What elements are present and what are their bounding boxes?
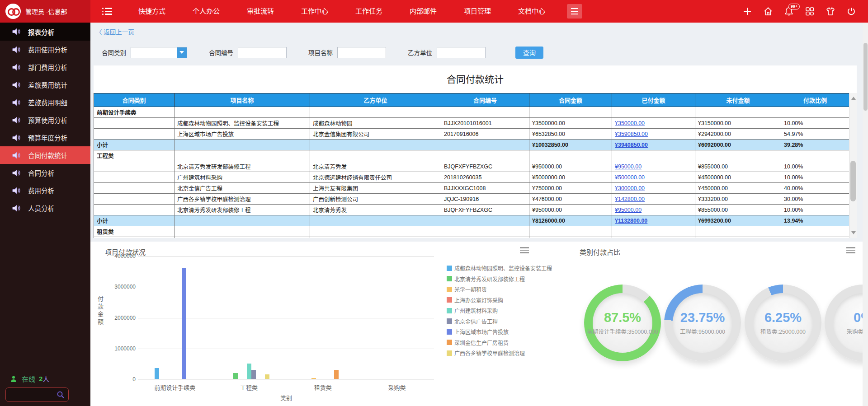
speaker-icon — [12, 28, 21, 36]
table-row: 广州建筑材料采购北京德远建材经销有限责任公司201810260035¥50000… — [94, 172, 849, 183]
cell: ¥950000.00 — [529, 161, 612, 172]
x-category-label: 租赁类 — [314, 383, 332, 392]
sidebar-item-差旅费用明细[interactable]: 差旅费用明细 — [0, 93, 90, 111]
notifications-bell-icon[interactable]: 99+ — [784, 6, 794, 16]
paid-amount-link[interactable]: ¥3940850.00 — [615, 142, 648, 148]
logout-power-icon[interactable] — [846, 6, 856, 16]
legend-item[interactable]: 上海区域市场广告投放 — [447, 328, 552, 336]
bar-chart-menu-icon[interactable] — [520, 247, 529, 253]
column-header-合同类别: 合同类别 — [94, 93, 175, 107]
filter-input-乙方单位[interactable] — [437, 47, 486, 58]
nav-item-工作任务[interactable]: 工作任务 — [342, 0, 396, 23]
search-icon[interactable] — [57, 391, 65, 399]
back-link[interactable]: 〈 返回上一页 — [96, 27, 134, 36]
donut-gauge-采购类:0.000[interactable]: 0%采购类:0.000 — [825, 285, 868, 361]
nav-item-项目管理[interactable]: 项目管理 — [450, 0, 505, 23]
scroll-down-arrow-icon[interactable] — [851, 231, 856, 237]
online-label: 在线 — [22, 374, 35, 383]
table-scroll-thumb[interactable] — [850, 161, 856, 201]
nav-item-内部邮件[interactable]: 内部邮件 — [396, 0, 450, 23]
speaker-icon — [12, 98, 21, 107]
app-window: 管理员 -信息部 快捷方式个人办公审批流转工作中心工作任务内部邮件项目管理文档中… — [0, 0, 868, 406]
legend-label: 北京金信广告工程 — [454, 317, 498, 325]
cell — [441, 107, 529, 118]
sidebar-item-预算使用分析[interactable]: 预算使用分析 — [0, 111, 90, 129]
legend-item[interactable]: 光学一期租赁 — [447, 285, 552, 293]
nav-item-工作中心[interactable]: 工作中心 — [288, 0, 342, 23]
bar-广州建筑材料采购[interactable] — [247, 364, 251, 379]
donut-gauge-前期设计手续类:350000.000[interactable]: 87.5%前期设计手续类:350000.000 — [584, 285, 661, 361]
legend-item[interactable]: 北京金信广告工程 — [447, 317, 552, 325]
legend-item[interactable]: 上海办公室灯饰采购 — [447, 296, 552, 304]
sidebar-menu: 报表分析费用使用分析部门费用分析差旅费用统计差旅费用明细预算使用分析预算年度分析… — [0, 23, 90, 217]
filter-select-合同类别[interactable] — [131, 47, 187, 58]
cell: 北京清芳秀发 — [310, 161, 441, 172]
y-tick-label: 4000000 — [104, 253, 136, 259]
nav-item-快捷方式[interactable]: 快捷方式 — [125, 0, 179, 23]
bar-深圳金信生产厂房租赁[interactable] — [334, 370, 339, 379]
donut-panel-menu-icon[interactable] — [846, 247, 855, 253]
sidebar-item-部门费用分析[interactable]: 部门费用分析 — [0, 58, 90, 76]
cell: 北京清芳秀发研发部装修工程 — [175, 205, 310, 215]
home-icon[interactable] — [763, 6, 773, 16]
contract-payment-table: 合同类别项目名称乙方单位合同编号合同金额已付金额未付金额付款比例 前期设计手续类… — [94, 93, 849, 238]
apps-grid-icon[interactable] — [805, 6, 815, 16]
more-menus-button[interactable] — [567, 4, 582, 19]
cell: 小计 — [94, 215, 175, 226]
cell: 10.00% — [781, 161, 849, 172]
bar-光学一期租赁[interactable] — [311, 378, 316, 379]
legend-swatch — [447, 350, 452, 356]
bar-北京金信广告工程[interactable] — [251, 370, 256, 379]
dropdown-arrow-icon[interactable] — [177, 47, 187, 58]
sidebar-item-预算年度分析[interactable]: 预算年度分析 — [0, 129, 90, 146]
legend-item[interactable]: 广西各乡镇学校甲醛检测治理 — [447, 349, 552, 357]
cell: ¥25000.00 — [529, 237, 612, 238]
online-count: 2 — [39, 375, 42, 383]
sidebar-item-报表分析[interactable]: 报表分析 — [0, 23, 90, 41]
sidebar-item-差旅费用统计[interactable]: 差旅费用统计 — [0, 76, 90, 93]
paid-amount-link[interactable]: ¥142800.00 — [615, 196, 645, 202]
legend-item[interactable]: 广州建筑材料采购 — [447, 307, 552, 314]
sidebar-item-人员分析[interactable]: 人员分析 — [0, 199, 90, 217]
cell: 前期设计手续类 — [94, 107, 175, 118]
sidebar-search-input[interactable] — [6, 392, 57, 398]
paid-amount-link[interactable]: ¥350000.00 — [615, 120, 645, 126]
add-icon[interactable] — [742, 6, 752, 16]
nav-item-审批流转[interactable]: 审批流转 — [233, 0, 288, 23]
query-button[interactable]: 查询 — [515, 47, 543, 59]
filter-input-合同编号[interactable] — [238, 47, 287, 58]
legend-item[interactable]: 深圳金信生产厂房租赁 — [447, 339, 552, 346]
paid-amount-link[interactable]: ¥95000.00 — [615, 163, 642, 170]
paid-amount-link[interactable]: ¥95000.00 — [615, 207, 642, 213]
bar-上海区域市场广告投放[interactable] — [182, 268, 186, 379]
legend-swatch — [447, 318, 452, 324]
cell — [310, 140, 441, 150]
donut-gauge-工程类:95000.000[interactable]: 23.75%工程类:95000.000 — [664, 285, 741, 361]
sidebar-item-费用分析[interactable]: 费用分析 — [0, 182, 90, 199]
filter-input-项目名称[interactable] — [337, 47, 386, 58]
paid-amount-link[interactable]: ¥500000.00 — [615, 174, 645, 181]
legend-item[interactable]: 北京清芳秀发研发部装修工程 — [447, 275, 552, 283]
legend-item[interactable]: 成都森林动物园照明、监控设备安装工程 — [447, 264, 552, 272]
sidebar-item-合同分析[interactable]: 合同分析 — [0, 164, 90, 182]
cell: ¥476000.00 — [529, 194, 612, 205]
bar-北京清芳秀发研发部装修工程[interactable] — [233, 373, 238, 379]
cell: ¥1132800.00 — [612, 215, 695, 226]
page-scrollbar[interactable] — [863, 23, 868, 406]
scroll-up-arrow-icon[interactable] — [851, 94, 856, 100]
sidebar-item-label: 差旅费用明细 — [28, 98, 67, 107]
paid-amount-link[interactable]: ¥3590850.00 — [615, 131, 648, 137]
paid-amount-link[interactable]: ¥300000.00 — [615, 185, 645, 191]
sidebar-item-合同付款统计[interactable]: 合同付款统计 — [0, 146, 90, 164]
bar-成都森林动物园照明、监控设备安装工程[interactable] — [155, 368, 159, 379]
nav-item-个人办公[interactable]: 个人办公 — [179, 0, 233, 23]
paid-amount-link[interactable]: ¥1132800.00 — [615, 218, 647, 224]
page-scroll-thumb[interactable] — [863, 43, 868, 111]
donut-gauge-租赁类:25000.000[interactable]: 6.25%租赁类:25000.000 — [745, 285, 821, 361]
table-scrollbar[interactable] — [849, 93, 857, 238]
sidebar-item-费用使用分析[interactable]: 费用使用分析 — [0, 41, 90, 58]
sidebar-toggle-icon[interactable] — [102, 8, 112, 15]
bar-广西各乡镇学校甲醛检测治理[interactable] — [265, 374, 269, 379]
nav-item-文档中心[interactable]: 文档中心 — [505, 0, 559, 23]
theme-shirt-icon[interactable] — [826, 6, 835, 16]
